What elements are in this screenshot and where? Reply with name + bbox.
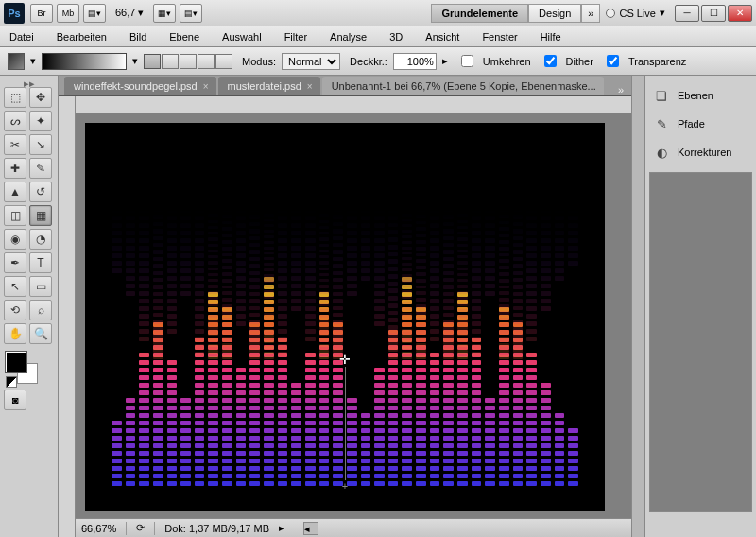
- eq-bar: [208, 208, 218, 359]
- window-maximize[interactable]: ☐: [701, 5, 726, 22]
- zoom-tool[interactable]: 🔍: [29, 323, 52, 344]
- close-icon[interactable]: ×: [203, 81, 209, 92]
- panel-paths[interactable]: ✎ Pfade: [649, 110, 752, 138]
- canvas-viewport[interactable]: ✛ +: [76, 113, 631, 518]
- crop-tool[interactable]: ✂: [4, 134, 26, 155]
- cslive-button[interactable]: CS Live ▾: [606, 7, 665, 19]
- history-brush-tool[interactable]: ↺: [29, 182, 52, 202]
- eraser-tool[interactable]: ◫: [4, 205, 26, 226]
- eyedropper-tool[interactable]: ↘: [29, 134, 52, 155]
- reflected-gradient-button[interactable]: [198, 54, 215, 69]
- eq-bar: [291, 383, 301, 486]
- eq-bar: [222, 208, 232, 359]
- title-bar: Ps Br Mb ▤▾ 66,7 ▾ ▦▾ ▤▾ Grundelemente D…: [0, 0, 756, 26]
- path-select-tool[interactable]: ↖: [4, 276, 26, 297]
- pen-tool[interactable]: ✒: [4, 252, 26, 273]
- dither-checkbox[interactable]: [544, 55, 557, 67]
- blur-tool[interactable]: ◉: [4, 229, 26, 250]
- menu-analyse[interactable]: Analyse: [324, 29, 372, 44]
- status-bar: 66,67% ⟳ Dok: 1,37 MB/9,17 MB ▸ ◂: [76, 518, 631, 537]
- gradient-tool[interactable]: ▦: [29, 205, 52, 226]
- tabs-overflow[interactable]: »: [610, 84, 631, 95]
- eq-bar: [264, 208, 274, 359]
- opacity-field[interactable]: [393, 53, 437, 70]
- window-minimize[interactable]: ─: [675, 5, 699, 22]
- mode-select[interactable]: Normal: [282, 53, 340, 70]
- menu-bild[interactable]: Bild: [124, 29, 152, 44]
- camera-tool[interactable]: ⌕: [29, 300, 52, 320]
- menu-datei[interactable]: Datei: [4, 29, 40, 44]
- menu-ansicht[interactable]: Ansicht: [420, 29, 465, 44]
- diamond-gradient-button[interactable]: [215, 54, 232, 69]
- eq-bar: [291, 208, 301, 359]
- tool-preset-picker[interactable]: [8, 53, 25, 70]
- adjustments-icon: ◐: [653, 144, 670, 161]
- menu-auswahl[interactable]: Auswahl: [216, 29, 267, 44]
- transparency-checkbox[interactable]: [607, 55, 619, 67]
- panel-layers[interactable]: ❏ Ebenen: [649, 81, 752, 110]
- panel-adjustments[interactable]: ◐ Korrekturen: [649, 138, 752, 166]
- eq-bar: [180, 398, 191, 486]
- marquee-tool[interactable]: ⬚: [4, 87, 26, 108]
- magic-wand-tool[interactable]: ✦: [29, 111, 52, 131]
- menu-hilfe[interactable]: Hilfe: [535, 29, 567, 44]
- radial-gradient-button[interactable]: [162, 54, 179, 69]
- eq-bar: [126, 208, 136, 359]
- type-tool[interactable]: T: [29, 252, 52, 273]
- menu-ebene[interactable]: Ebene: [163, 29, 205, 44]
- eq-bar: [278, 208, 288, 359]
- zoom-level[interactable]: 66,7 ▾: [115, 7, 144, 19]
- gradient-picker[interactable]: [42, 53, 127, 70]
- arrange-docs-button[interactable]: ▦▾: [153, 4, 176, 23]
- lasso-tool[interactable]: ᔕ: [4, 111, 26, 131]
- horizontal-scroll-left[interactable]: ◂: [303, 522, 318, 535]
- cslive-icon: [606, 9, 615, 18]
- ruler-horizontal[interactable]: [76, 96, 631, 113]
- document-tab[interactable]: musterdatei.psd×: [218, 77, 320, 95]
- linear-gradient-button[interactable]: [144, 54, 161, 69]
- document-area: windeffekt-soundpegel.psd×musterdatei.ps…: [59, 76, 631, 537]
- document-tabs: windeffekt-soundpegel.psd×musterdatei.ps…: [59, 76, 631, 96]
- quickmask-button[interactable]: ◙: [4, 390, 26, 410]
- dodge-tool[interactable]: ◔: [29, 229, 52, 250]
- dock-gutter[interactable]: [631, 76, 644, 537]
- default-colors-icon[interactable]: [6, 376, 17, 388]
- shape-tool[interactable]: ▭: [29, 276, 52, 297]
- angle-gradient-button[interactable]: [180, 54, 197, 69]
- document-tab[interactable]: Unbenannt-1 bei 66,7% (Ebene 5 Kopie, Eb…: [322, 77, 604, 95]
- status-doc-size[interactable]: Dok: 1,37 MB/9,17 MB: [164, 523, 269, 534]
- menu-fenster[interactable]: Fenster: [476, 29, 523, 44]
- collapse-handle[interactable]: ▸▸: [4, 78, 54, 87]
- menu-bearbeiten[interactable]: Bearbeiten: [51, 29, 112, 44]
- workspace-grundelemente[interactable]: Grundelemente: [431, 4, 528, 23]
- extras-button[interactable]: ▤▾: [180, 4, 202, 23]
- eq-bar: [139, 208, 149, 359]
- menu-3d[interactable]: 3D: [384, 29, 408, 44]
- document-tab[interactable]: windeffekt-soundpegel.psd×: [64, 77, 216, 95]
- workspace-more[interactable]: »: [581, 4, 600, 23]
- status-extras-icon[interactable]: ⟳: [136, 522, 145, 534]
- minibridge-button[interactable]: Mb: [57, 4, 79, 23]
- reverse-checkbox[interactable]: [461, 55, 473, 67]
- window-close[interactable]: ✕: [728, 5, 752, 22]
- eq-bar: [472, 208, 482, 359]
- gradient-drag-end: +: [342, 480, 348, 492]
- 3d-tool[interactable]: ⟲: [4, 300, 26, 320]
- foreground-color-swatch[interactable]: [6, 352, 26, 372]
- ruler-vertical[interactable]: [59, 96, 76, 537]
- panel-dock: ❏ Ebenen ✎ Pfade ◐ Korrekturen: [644, 76, 756, 537]
- screen-mode-button[interactable]: ▤▾: [83, 4, 106, 23]
- hand-tool[interactable]: ✋: [4, 323, 26, 344]
- menu-filter[interactable]: Filter: [279, 29, 313, 44]
- stamp-tool[interactable]: ▲: [4, 182, 26, 202]
- eq-bar: [541, 383, 551, 486]
- close-icon[interactable]: ×: [307, 81, 313, 92]
- brush-tool[interactable]: ✎: [29, 158, 52, 179]
- workspace-design[interactable]: Design: [528, 4, 581, 23]
- color-swatches[interactable]: [4, 350, 42, 386]
- healing-tool[interactable]: ✚: [4, 158, 26, 179]
- status-zoom[interactable]: 66,67%: [81, 523, 116, 534]
- move-tool[interactable]: ✥: [29, 87, 52, 108]
- bridge-button[interactable]: Br: [30, 4, 53, 23]
- eq-bar: [249, 208, 260, 359]
